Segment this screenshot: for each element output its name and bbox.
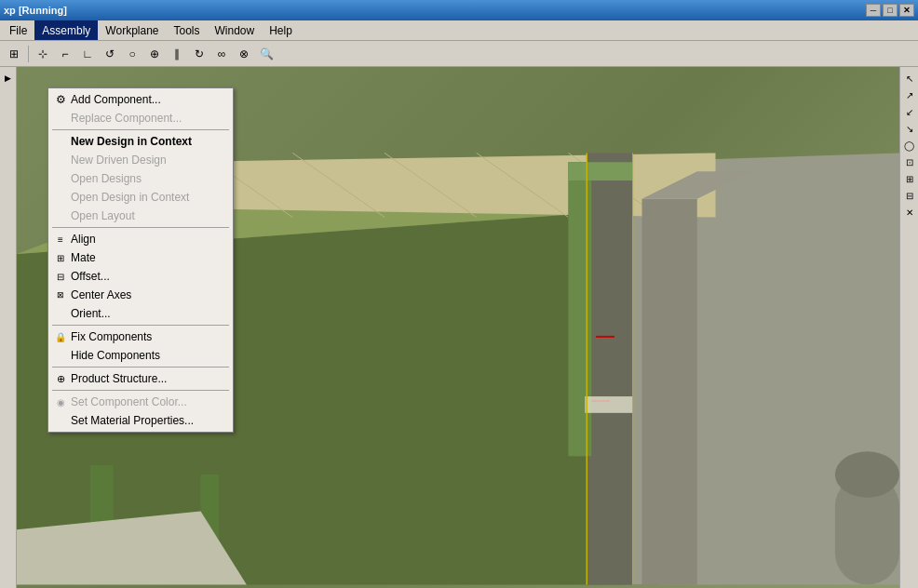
menu-bar: File Assembly Workplane Tools Window Hel… xyxy=(0,20,918,41)
toolbar-sep-1 xyxy=(28,46,29,62)
dropdown-open-layout: Open Layout xyxy=(48,207,233,225)
fix-components-label: Fix Components xyxy=(71,330,152,343)
dropdown-product-structure[interactable]: ⊕ Product Structure... xyxy=(48,369,233,388)
separator-5 xyxy=(52,390,229,391)
new-design-context-label: New Design in Context xyxy=(71,135,192,148)
toolbar-btn-1[interactable]: ⊞ xyxy=(4,44,24,64)
toolbar-btn-4[interactable]: ∟ xyxy=(77,44,98,64)
menu-item-tools[interactable]: Tools xyxy=(167,20,208,40)
dropdown-set-component-color: ◉ Set Component Color... xyxy=(48,393,233,411)
title-text: xp [Running] xyxy=(4,5,67,16)
viewport[interactable]: ⚙ Add Component... Replace Component... … xyxy=(17,67,899,588)
menu-item-window[interactable]: Window xyxy=(208,20,263,40)
right-btn-9[interactable]: ✕ xyxy=(902,205,917,220)
toolbar-btn-5[interactable]: ↺ xyxy=(100,44,120,64)
left-btn-1[interactable]: ▶ xyxy=(1,71,16,86)
replace-component-label: Replace Component... xyxy=(71,112,182,125)
right-btn-2[interactable]: ↗ xyxy=(902,87,917,102)
separator-3 xyxy=(52,325,229,326)
dropdown-new-driven-design: New Driven Design xyxy=(48,151,233,169)
fix-components-icon: 🔒 xyxy=(52,332,69,342)
right-btn-5[interactable]: ◯ xyxy=(902,138,917,153)
open-designs-label: Open Designs xyxy=(71,172,142,185)
toolbar-btn-7[interactable]: ⊕ xyxy=(144,44,165,64)
add-component-icon: ⚙ xyxy=(52,93,69,106)
dropdown-open-designs: Open Designs xyxy=(48,169,233,188)
dropdown-set-material[interactable]: Set Material Properties... xyxy=(48,411,233,430)
dropdown-new-design-context[interactable]: New Design in Context xyxy=(48,132,233,151)
separator-1 xyxy=(52,129,229,130)
dropdown-mate[interactable]: ⊞ Mate xyxy=(48,248,233,267)
center-axes-icon: ⊠ xyxy=(52,290,69,300)
right-toolbar: ↖ ↗ ↙ ↘ ◯ ⊡ ⊞ ⊟ ✕ xyxy=(899,67,918,588)
title-bar: xp [Running] ─ □ ✕ xyxy=(0,0,918,20)
dropdown-offset[interactable]: ⊟ Offset... xyxy=(48,267,233,286)
center-axes-label: Center Axes xyxy=(71,288,131,301)
svg-rect-23 xyxy=(585,396,632,413)
minimize-button[interactable]: ─ xyxy=(866,4,881,17)
right-btn-4[interactable]: ↘ xyxy=(902,121,917,136)
dropdown-menu: ⚙ Add Component... Replace Component... … xyxy=(47,87,234,433)
toolbar: ⊞ ⊹ ⌐ ∟ ↺ ○ ⊕ ∥ ↻ ∞ ⊗ 🔍 xyxy=(0,41,918,67)
align-label: Align xyxy=(71,233,96,246)
menu-item-workplane[interactable]: Workplane xyxy=(98,20,166,40)
toolbar-btn-search[interactable]: 🔍 xyxy=(256,44,277,64)
dropdown-align[interactable]: ≡ Align xyxy=(48,230,233,248)
dropdown-hide-components[interactable]: Hide Components xyxy=(48,346,233,365)
dropdown-open-design-context: Open Design in Context xyxy=(48,188,233,207)
toolbar-btn-2[interactable]: ⊹ xyxy=(33,44,53,64)
main-content: ▶ xyxy=(0,67,918,588)
toolbar-btn-3[interactable]: ⌐ xyxy=(55,44,75,64)
hide-components-label: Hide Components xyxy=(71,349,160,362)
set-material-label: Set Material Properties... xyxy=(71,414,194,427)
toolbar-btn-11[interactable]: ⊗ xyxy=(234,44,254,64)
separator-2 xyxy=(52,227,229,228)
product-structure-label: Product Structure... xyxy=(71,372,167,385)
align-icon: ≡ xyxy=(52,234,69,245)
svg-point-17 xyxy=(835,451,899,497)
right-btn-6[interactable]: ⊡ xyxy=(902,154,917,169)
product-structure-icon: ⊕ xyxy=(52,373,69,385)
set-component-color-icon: ◉ xyxy=(52,397,69,408)
mate-label: Mate xyxy=(71,251,96,264)
right-btn-7[interactable]: ⊞ xyxy=(902,171,917,186)
open-design-context-label: Open Design in Context xyxy=(71,191,189,204)
title-bar-buttons: ─ □ ✕ xyxy=(866,4,914,17)
menu-item-assembly[interactable]: Assembly xyxy=(34,20,98,40)
svg-rect-14 xyxy=(642,199,697,585)
orient-label: Orient... xyxy=(71,307,111,320)
maximize-button[interactable]: □ xyxy=(883,4,898,17)
toolbar-btn-9[interactable]: ↻ xyxy=(189,44,209,64)
svg-rect-10 xyxy=(587,153,632,584)
left-sidebar: ▶ xyxy=(0,67,17,588)
offset-label: Offset... xyxy=(71,270,110,283)
close-button[interactable]: ✕ xyxy=(899,4,914,17)
svg-rect-13 xyxy=(569,162,633,180)
set-component-color-label: Set Component Color... xyxy=(71,395,187,408)
right-btn-8[interactable]: ⊟ xyxy=(902,188,917,203)
dropdown-orient[interactable]: Orient... xyxy=(48,304,233,323)
open-layout-label: Open Layout xyxy=(71,209,135,222)
add-component-label: Add Component... xyxy=(71,93,161,106)
offset-icon: ⊟ xyxy=(52,272,69,282)
dropdown-add-component[interactable]: ⚙ Add Component... xyxy=(48,90,233,109)
mate-icon: ⊞ xyxy=(52,253,69,263)
dropdown-center-axes[interactable]: ⊠ Center Axes xyxy=(48,286,233,304)
toolbar-btn-8[interactable]: ∥ xyxy=(167,44,187,64)
dropdown-replace-component: Replace Component... xyxy=(48,109,233,127)
toolbar-btn-6[interactable]: ○ xyxy=(122,44,142,64)
new-driven-design-label: New Driven Design xyxy=(71,154,167,167)
toolbar-btn-10[interactable]: ∞ xyxy=(211,44,232,64)
separator-4 xyxy=(52,367,229,368)
right-btn-3[interactable]: ↙ xyxy=(902,104,917,119)
right-btn-1[interactable]: ↖ xyxy=(902,71,917,86)
menu-item-file[interactable]: File xyxy=(2,20,34,40)
menu-item-help[interactable]: Help xyxy=(262,20,300,40)
dropdown-fix-components[interactable]: 🔒 Fix Components xyxy=(48,327,233,346)
